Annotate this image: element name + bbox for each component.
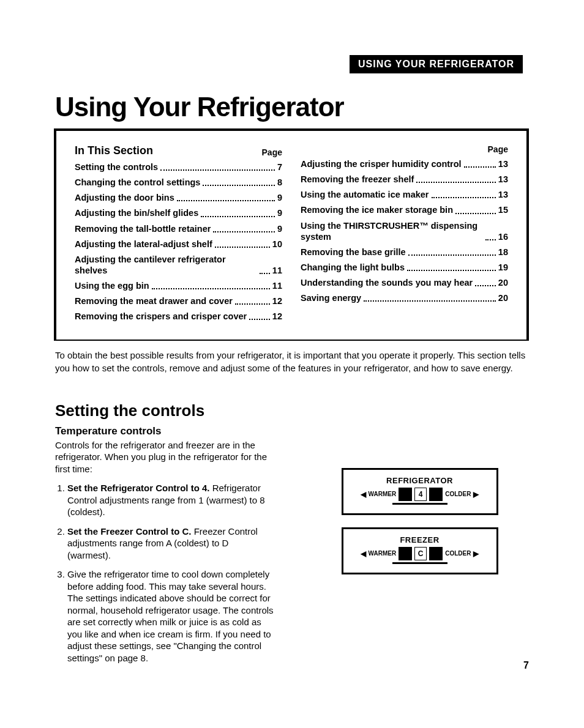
freezer-value: C [414,547,427,560]
body-right-column: REFRIGERATOR ◀ WARMER 4 COLDER ▶ FREEZER… [310,425,529,672]
toc-box: In This Section Page Setting the control… [54,128,529,341]
toc-entry-text: Removing the freezer shelf [301,174,414,185]
toc-entry-text: Adjusting the lateral-adjust shelf [75,239,212,250]
toc-entry-page: 19 [498,262,508,273]
fridge-value: 4 [414,488,427,501]
freezer-control-diagram: FREEZER ◀ WARMER C COLDER ▶ [342,527,498,574]
section-heading: Setting the controls [55,401,529,420]
dial-underline [392,503,447,505]
toc-entry-text: Adjusting the bin/shelf glides [75,207,198,218]
toc-entry: Removing the crispers and crisper cover1… [75,311,282,322]
toc-entry-text: Changing the control settings [75,177,200,188]
toc-entry-page: 11 [272,280,282,291]
toc-entry-page: 11 [272,265,282,276]
toc-leader-dots [249,319,270,320]
toc-entry: Removing the meat drawer and cover12 [75,295,282,306]
toc-entry: Adjusting the crisper humidity control13 [301,158,508,169]
subheading: Temperature controls [55,425,274,437]
lead-text: Controls for the refrigerator and freeze… [55,439,274,475]
toc-leader-dots [215,247,270,248]
right-arrow-icon: ▶ [473,549,479,558]
toc-entry-page: 10 [272,239,282,250]
toc-leader-dots [475,285,496,286]
toc-entry-page: 12 [272,295,282,306]
toc-entry-text: Understanding the sounds you may hear [301,277,473,288]
toc-entry-text: Removing the base grille [301,247,406,258]
toc-entry: Using the automatic ice maker13 [301,189,508,200]
toc-leader-dots [455,213,496,214]
toc-entry: Removing the tall-bottle retainer9 [75,223,282,234]
toc-page-label-right: Page [488,144,508,154]
step-item: Give the refrigerator time to cool down … [67,568,274,664]
warmer-label: WARMER [369,491,397,497]
toc-leader-dots [160,169,275,171]
page-title: Using Your Refrigerator [55,92,529,122]
toc-entry: Adjusting the bin/shelf glides9 [75,207,282,218]
toc-entry-page: 13 [498,189,508,200]
toc-leader-dots [235,303,270,305]
toc-entry: Adjusting the lateral-adjust shelf10 [75,239,282,250]
toc-leader-dots [432,197,496,198]
toc-leader-dots [260,273,270,274]
toc-entry-page: 9 [277,223,282,234]
toc-section-label: In This Section [75,144,153,157]
toc-leader-dots [213,231,275,232]
toc-entry-page: 16 [498,231,508,242]
toc-entry-page: 9 [277,207,282,218]
toc-leader-dots [407,270,496,271]
toc-entry-page: 8 [277,177,282,188]
toc-leader-dots [364,300,496,302]
toc-entry-text: Removing the tall-bottle retainer [75,223,211,234]
left-arrow-icon: ◀ [361,549,366,558]
toc-entry: Adjusting the door bins9 [75,192,282,203]
toc-leader-dots [416,182,496,183]
dial-block [429,547,443,560]
body-left-column: Temperature controls Controls for the re… [55,425,274,672]
toc-left-column: In This Section Page Setting the control… [75,144,282,326]
dial-underline [392,562,447,564]
toc-entry: Using the THIRSTCRUSHER™ dispensing syst… [301,220,508,242]
toc-entry-text: Using the THIRSTCRUSHER™ dispensing syst… [301,220,483,242]
dial-block [399,547,412,560]
toc-leader-dots [203,185,275,186]
toc-entry-text: Changing the light bulbs [301,262,405,273]
toc-entry-page: 13 [498,158,508,169]
intro-paragraph: To obtain the best possible results from… [55,349,529,374]
right-arrow-icon: ▶ [473,490,479,499]
toc-entry: Changing the light bulbs19 [301,262,508,273]
toc-entry: Adjusting the cantilever refrigerator sh… [75,254,282,276]
toc-leader-dots [201,216,275,217]
warmer-label: WARMER [369,550,397,557]
toc-leader-dots [177,200,275,201]
toc-entry: Removing the freezer shelf13 [301,174,508,185]
toc-entry-page: 20 [498,292,508,303]
toc-entry-text: Adjusting the crisper humidity control [301,158,462,169]
toc-entry: Changing the control settings8 [75,177,282,188]
toc-leader-dots [408,254,496,256]
manual-page: USING YOUR REFRIGERATOR Using Your Refri… [0,0,584,696]
dial-block [399,488,412,501]
toc-entry: Using the egg bin11 [75,280,282,291]
toc-entry: Removing the ice maker storage bin15 [301,204,508,215]
toc-entry-text: Saving energy [301,292,361,303]
toc-entry-text: Using the automatic ice maker [301,189,429,200]
toc-entry-text: Removing the ice maker storage bin [301,204,453,215]
steps-list: Set the Refrigerator Control to 4. Refri… [55,482,274,664]
toc-leader-dots [485,239,496,240]
toc-entry: Removing the base grille18 [301,247,508,258]
step-item: Set the Freezer Control to C. Freezer Co… [67,526,274,562]
toc-entry: Saving energy20 [301,292,508,303]
colder-label: COLDER [445,491,471,497]
colder-label: COLDER [445,550,471,557]
toc-entry-text: Adjusting the door bins [75,192,174,203]
toc-leader-dots [464,166,496,168]
toc-entry-text: Setting the controls [75,162,158,173]
fridge-title: REFRIGERATOR [350,476,490,485]
toc-entry-page: 12 [272,311,282,322]
freezer-title: FREEZER [350,535,490,544]
toc-entry-text: Removing the meat drawer and cover [75,295,233,306]
toc-entry-page: 7 [277,162,282,173]
toc-entry-text: Adjusting the cantilever refrigerator sh… [75,254,257,276]
toc-leader-dots [152,288,270,289]
dial-block [429,488,443,501]
